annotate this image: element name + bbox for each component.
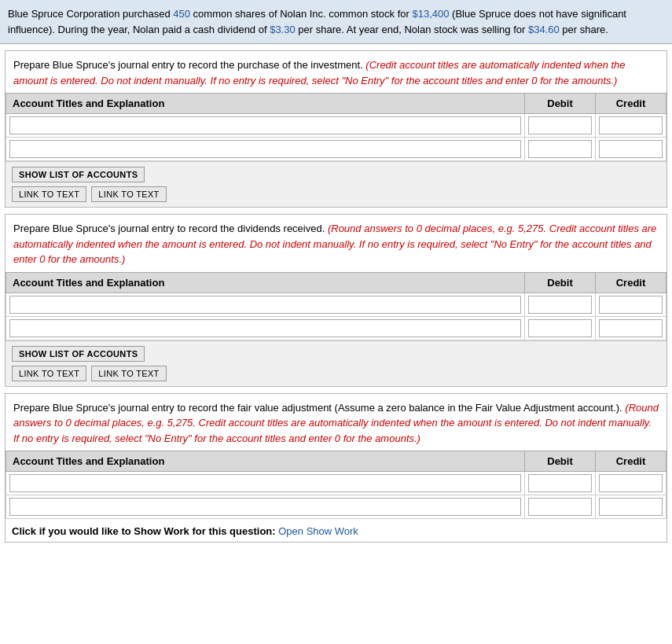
section2-footer: SHOW LIST OF ACCOUNTS LINK TO TEXT LINK …	[6, 340, 666, 386]
credit-input-3-1[interactable]	[599, 474, 663, 492]
credit-input-1-1[interactable]	[599, 116, 663, 134]
credit-cell	[596, 293, 666, 316]
credit-input-2-2[interactable]	[599, 319, 663, 337]
section1-instruction: (Credit account titles are automatically…	[13, 59, 626, 86]
debit-input-1-1[interactable]	[528, 116, 592, 134]
account-input-2-2[interactable]	[9, 319, 521, 337]
debit-cell	[525, 472, 596, 495]
credit-cell	[596, 316, 666, 340]
link-to-text-button-2b[interactable]: LINK TO TEXT	[91, 366, 166, 381]
table-row	[6, 138, 666, 161]
section3-prompt: Prepare Blue Spruce's journal entry to r…	[6, 394, 666, 451]
show-work-section: Click if you would like to Show Work for…	[6, 519, 666, 542]
credit-cell	[596, 472, 666, 495]
section2-prompt: Prepare Blue Spruce's journal entry to r…	[6, 215, 666, 272]
show-work-label: Click if you would like to Show Work for…	[12, 525, 276, 537]
credit-cell	[596, 114, 666, 138]
price-highlight: $13,400	[413, 8, 450, 20]
section3-journal-table: Account Titles and Explanation Debit Cre…	[6, 451, 666, 519]
account-input-3-2[interactable]	[9, 498, 521, 516]
open-show-work-link[interactable]: Open Show Work	[278, 525, 358, 537]
credit-input-2-1[interactable]	[599, 296, 663, 314]
section2-journal-table: Account Titles and Explanation Debit Cre…	[6, 272, 666, 340]
table-row	[6, 293, 666, 316]
account-input-3-1[interactable]	[9, 474, 521, 492]
section2-table-wrapper: Account Titles and Explanation Debit Cre…	[6, 272, 666, 340]
table-row	[6, 114, 666, 138]
section2-instruction: (Round answers to 0 decimal places, e.g.…	[13, 223, 656, 265]
col-header-credit: Credit	[596, 272, 666, 293]
col-header-credit: Credit	[596, 94, 666, 114]
yearend-price-highlight: $34.60	[528, 24, 560, 35]
link-to-text-button-1b[interactable]: LINK TO TEXT	[91, 186, 166, 202]
dividend-highlight: $3.30	[270, 24, 296, 35]
account-cell	[6, 138, 525, 161]
debit-input-3-2[interactable]	[528, 498, 592, 516]
section3-table-wrapper: Account Titles and Explanation Debit Cre…	[6, 451, 666, 519]
account-cell	[6, 114, 525, 138]
account-cell	[6, 293, 525, 316]
debit-cell	[525, 316, 596, 340]
credit-cell	[596, 138, 666, 161]
debit-cell	[525, 293, 596, 316]
account-input-1-1[interactable]	[9, 116, 521, 134]
account-input-2-1[interactable]	[9, 296, 521, 314]
col-header-debit: Debit	[525, 94, 596, 114]
table-row	[6, 316, 666, 340]
debit-input-1-2[interactable]	[528, 140, 592, 158]
debit-input-2-1[interactable]	[528, 296, 592, 314]
credit-input-1-2[interactable]	[599, 140, 663, 158]
section-fair-value: Prepare Blue Spruce's journal entry to r…	[5, 393, 667, 543]
show-list-button-2[interactable]: SHOW LIST OF ACCOUNTS	[12, 346, 145, 362]
debit-input-2-2[interactable]	[528, 319, 592, 337]
debit-input-3-1[interactable]	[528, 474, 592, 492]
col-header-credit: Credit	[596, 451, 666, 472]
link-row-1: LINK TO TEXT LINK TO TEXT	[12, 186, 660, 202]
col-header-account: Account Titles and Explanation	[6, 94, 525, 114]
credit-input-3-2[interactable]	[599, 498, 663, 516]
section1-journal-table: Account Titles and Explanation Debit Cre…	[6, 93, 666, 161]
intro-paragraph: Blue Spruce Corporation purchased 450 co…	[0, 0, 672, 44]
section1-footer: SHOW LIST OF ACCOUNTS LINK TO TEXT LINK …	[6, 161, 666, 207]
table-row	[6, 472, 666, 495]
debit-cell	[525, 114, 596, 138]
table-row	[6, 495, 666, 519]
section-dividends: Prepare Blue Spruce's journal entry to r…	[5, 214, 667, 387]
section-purchase: Prepare Blue Spruce's journal entry to r…	[5, 50, 667, 208]
debit-cell	[525, 138, 596, 161]
credit-cell	[596, 495, 666, 519]
account-input-1-2[interactable]	[9, 140, 521, 158]
link-to-text-button-2a[interactable]: LINK TO TEXT	[12, 366, 86, 381]
link-row-2: LINK TO TEXT LINK TO TEXT	[12, 366, 660, 381]
section1-table-wrapper: Account Titles and Explanation Debit Cre…	[6, 93, 666, 161]
col-header-account: Account Titles and Explanation	[6, 272, 525, 293]
debit-cell	[525, 495, 596, 519]
col-header-account: Account Titles and Explanation	[6, 451, 525, 472]
section1-prompt: Prepare Blue Spruce's journal entry to r…	[6, 51, 666, 93]
col-header-debit: Debit	[525, 272, 596, 293]
link-to-text-button-1a[interactable]: LINK TO TEXT	[12, 186, 86, 202]
shares-highlight: 450	[173, 8, 190, 20]
account-cell	[6, 316, 525, 340]
account-cell	[6, 472, 525, 495]
col-header-debit: Debit	[525, 451, 596, 472]
section3-instruction: (Round answers to 0 decimal places, e.g.…	[13, 402, 659, 444]
show-list-button-1[interactable]: SHOW LIST OF ACCOUNTS	[12, 167, 145, 182]
account-cell	[6, 495, 525, 519]
